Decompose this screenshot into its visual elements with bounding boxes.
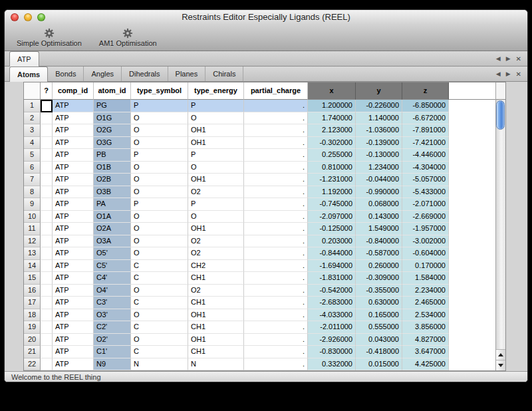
cell-x[interactable]: -0.745000	[308, 198, 356, 211]
cell-type-symbol[interactable]: O	[131, 112, 188, 125]
table-row[interactable]: 12ATPO3AOO2.0.203000-0.840000-3.002000	[24, 235, 495, 248]
cell-flag[interactable]	[41, 162, 53, 174]
column-header-flag[interactable]: ?	[41, 82, 53, 100]
cell-partial-charge[interactable]: .	[244, 198, 308, 211]
cell-partial-charge[interactable]: .	[244, 297, 308, 309]
cell-comp-id[interactable]: ATP	[53, 309, 94, 322]
table-row[interactable]: 7ATPO2BOOH1.-1.231000-0.044000-5.057000	[24, 174, 495, 186]
cell-flag[interactable]	[41, 198, 53, 211]
cell-atom-id[interactable]: C5'	[94, 260, 131, 273]
cell-y[interactable]: 0.015000	[356, 358, 402, 371]
table-row[interactable]: 16ATPO4'OO2.-0.542000-0.3550002.234000	[24, 285, 495, 297]
cell-y[interactable]: -0.309000	[356, 272, 402, 285]
cell-z[interactable]: -3.002000	[402, 235, 449, 248]
simple-optimisation-button[interactable]: Simple Optimisation	[10, 25, 88, 51]
cell-y[interactable]: 0.260000	[356, 260, 402, 273]
vertical-scrollbar[interactable]	[495, 82, 505, 370]
table-row[interactable]: 11ATPO2AOOH1.-0.1250001.549000-1.957000	[24, 223, 495, 235]
am1-optimisation-button[interactable]: AM1 Optimisation	[92, 25, 164, 51]
row-number[interactable]: 8	[24, 186, 41, 199]
cell-y[interactable]: -0.990000	[356, 186, 402, 199]
cell-comp-id[interactable]: ATP	[53, 211, 94, 223]
row-number[interactable]: 21	[24, 346, 41, 358]
cell-type-symbol[interactable]: O	[131, 334, 188, 346]
cell-type-energy[interactable]: CH1	[188, 297, 244, 309]
column-header-y[interactable]: y	[356, 82, 402, 100]
cell-x[interactable]: 0.203000	[308, 235, 356, 248]
cell-type-symbol[interactable]: C	[131, 346, 188, 358]
cell-partial-charge[interactable]: .	[244, 309, 308, 322]
column-header-comp-id[interactable]: comp_id	[53, 82, 94, 100]
cell-flag[interactable]	[41, 334, 53, 346]
cell-z[interactable]: -5.433000	[402, 186, 449, 199]
cell-comp-id[interactable]: ATP	[53, 346, 94, 358]
cell-type-energy[interactable]: O2	[188, 285, 244, 297]
cell-y[interactable]: -0.840000	[356, 235, 402, 248]
cell-z[interactable]: -0.604000	[402, 247, 449, 260]
cell-x[interactable]: -2.011000	[308, 321, 356, 334]
cell-x[interactable]: -0.302000	[308, 137, 356, 150]
cell-flag[interactable]	[41, 247, 53, 260]
cell-partial-charge[interactable]: .	[244, 223, 308, 235]
close-window-button[interactable]	[11, 13, 19, 21]
cell-x[interactable]: 0.810000	[308, 162, 356, 174]
cell-type-energy[interactable]: O2	[188, 235, 244, 248]
cell-z[interactable]: -7.891000	[402, 124, 449, 137]
cell-atom-id[interactable]: PB	[94, 149, 131, 162]
cell-flag[interactable]	[41, 272, 53, 285]
cell-comp-id[interactable]: ATP	[53, 285, 94, 297]
cell-atom-id[interactable]: O2G	[94, 124, 131, 137]
cell-flag[interactable]	[41, 297, 53, 309]
cell-type-symbol[interactable]: O	[131, 174, 188, 186]
scroll-up-button[interactable]	[496, 349, 505, 360]
cell-type-energy[interactable]: P	[188, 198, 244, 211]
column-header-partial-charge[interactable]: partial_charge	[244, 82, 308, 100]
cell-flag[interactable]	[41, 137, 53, 150]
cell-y[interactable]: 1.140000	[356, 112, 402, 125]
cell-atom-id[interactable]: C3'	[94, 297, 131, 309]
cell-type-energy[interactable]: OH1	[188, 309, 244, 322]
cell-flag[interactable]	[41, 223, 53, 235]
cell-comp-id[interactable]: ATP	[53, 272, 94, 285]
row-number[interactable]: 22	[24, 358, 41, 371]
table-row[interactable]: 3ATPO2GOOH1.2.123000-1.036000-7.891000	[24, 124, 495, 137]
cell-x[interactable]: 1.740000	[308, 112, 356, 125]
cell-z[interactable]: 2.534000	[402, 309, 449, 322]
row-number[interactable]: 9	[24, 198, 41, 211]
zoom-window-button[interactable]	[37, 13, 45, 21]
table-row[interactable]: 14ATPC5'CCH2.-1.6940000.2600000.170000	[24, 260, 495, 273]
cell-x[interactable]: 1.200000	[308, 100, 356, 112]
table-row[interactable]: 4ATPO3GOOH1.-0.302000-0.139000-7.421000	[24, 137, 495, 150]
cell-partial-charge[interactable]: .	[244, 137, 308, 150]
tab-close-icon[interactable]: ✕	[516, 70, 521, 78]
cell-y[interactable]: -0.044000	[356, 174, 402, 186]
cell-flag[interactable]	[41, 100, 53, 112]
cell-type-symbol[interactable]: C	[131, 272, 188, 285]
table-row[interactable]: 22ATPN9NN.0.3320000.0150004.425000	[24, 358, 495, 371]
cell-x[interactable]: 2.123000	[308, 124, 356, 137]
row-number[interactable]: 6	[24, 162, 41, 174]
cell-atom-id[interactable]: O1A	[94, 211, 131, 223]
table-row[interactable]: 5ATPPBPP.0.255000-0.130000-4.446000	[24, 149, 495, 162]
cell-x[interactable]: -1.831000	[308, 272, 356, 285]
cell-z[interactable]: -7.421000	[402, 137, 449, 150]
cell-type-symbol[interactable]: C	[131, 297, 188, 309]
cell-type-energy[interactable]: O2	[188, 247, 244, 260]
table-row[interactable]: 17ATPC3'CCH1.-2.6830000.6300002.465000	[24, 297, 495, 309]
row-number[interactable]: 20	[24, 334, 41, 346]
cell-comp-id[interactable]: ATP	[53, 297, 94, 309]
cell-atom-id[interactable]: C4'	[94, 272, 131, 285]
cell-flag[interactable]	[41, 321, 53, 334]
row-number[interactable]: 4	[24, 137, 41, 150]
row-number[interactable]: 3	[24, 124, 41, 137]
cell-comp-id[interactable]: ATP	[53, 186, 94, 199]
tab-planes[interactable]: Planes	[168, 67, 206, 81]
cell-comp-id[interactable]: ATP	[53, 223, 94, 235]
cell-x[interactable]: 0.255000	[308, 149, 356, 162]
cell-type-symbol[interactable]: P	[131, 100, 188, 112]
tab-bonds[interactable]: Bonds	[48, 67, 84, 81]
cell-y[interactable]: 1.234000	[356, 162, 402, 174]
cell-z[interactable]: -4.446000	[402, 149, 449, 162]
cell-flag[interactable]	[41, 309, 53, 322]
table-row[interactable]: 8ATPO3BOO2.1.192000-0.990000-5.433000	[24, 186, 495, 199]
